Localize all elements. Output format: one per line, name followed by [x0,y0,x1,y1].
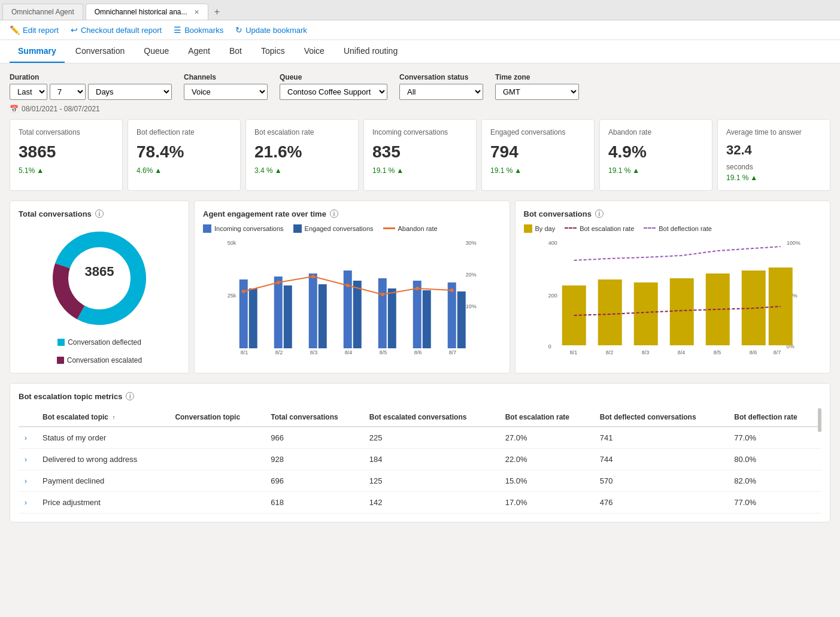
svg-text:8/2: 8/2 [275,349,283,355]
arrow-up-icon: ▲ [154,166,162,175]
cell-deflected: 476 [594,491,728,513]
col-bot-defl-conv: Bot deflected conversations [594,408,728,427]
incoming-legend-box [203,224,211,233]
svg-text:400: 400 [548,240,557,246]
nav-item-topics[interactable]: Topics [253,40,293,63]
update-bookmark-button[interactable]: ↻ Update bookmark [235,25,307,35]
cell-esc-rate: 15.0% [499,470,594,491]
expand-icon[interactable]: › [25,499,27,507]
bar-incoming-7 [448,282,456,348]
svg-point-10 [277,281,280,284]
svg-text:8/1: 8/1 [569,349,577,355]
svg-point-15 [450,288,454,292]
expand-icon[interactable]: › [25,434,27,442]
svg-text:8/7: 8/7 [773,349,781,355]
toolbar: ✏️ Edit report ↩ Checkout default report… [0,20,840,40]
edit-icon: ✏️ [10,25,20,35]
expand-cell[interactable]: › [19,448,37,470]
queue-select[interactable]: Contoso Coffee Support [280,84,387,100]
kpi-change-4: 19.1 % ▲ [490,166,586,175]
nav-item-unified-routing[interactable]: Unified routing [335,40,406,63]
tab-omnichannel-agent[interactable]: Omnichannel Agent [2,4,83,20]
donut-chart-wrapper: 3865 Conversation deflected Conversation… [19,224,180,364]
refresh-icon: ↻ [235,25,242,35]
cell-esc-rate: 22.0% [499,448,594,470]
donut-legend: Conversation deflected Conversation esca… [19,338,180,364]
info-icon: i [95,209,104,218]
cell-total: 618 [265,491,363,513]
cell-defl-rate: 80.0% [728,448,821,470]
svg-point-14 [416,287,419,290]
expand-icon[interactable]: › [25,477,27,485]
kpi-bot-deflection-rate: Bot deflection rate 78.4% 4.6% ▲ [128,119,241,191]
svg-text:200: 200 [548,293,557,299]
edit-report-button[interactable]: ✏️ Edit report [10,25,59,35]
nav-item-conversation[interactable]: Conversation [67,40,134,63]
bar-incoming-6 [413,281,421,348]
bot-conv-chart: Bot conversations i By day Bot escalatio… [515,200,831,373]
expand-cell[interactable]: › [19,470,37,491]
add-tab-button[interactable]: + [208,4,226,20]
esc-rate-legend-line [565,227,577,229]
nav-item-summary[interactable]: Summary [10,40,65,63]
engagement-legend: Incoming conversations Engaged conversat… [203,224,501,233]
nav-item-bot[interactable]: Bot [221,40,250,63]
timezone-filter: Time zone GMT [495,73,579,100]
nav-item-queue[interactable]: Queue [135,40,177,63]
bar-bot-2 [598,279,621,345]
svg-text:50k: 50k [228,240,236,246]
kpi-abandon-rate: Abandon rate 4.9% 19.1 % ▲ [599,119,712,191]
nav-bar: Summary Conversation Queue Agent Bot Top… [0,40,840,63]
info-icon-bot: i [595,209,604,218]
duration-preset-select[interactable]: Last [10,84,47,100]
conv-status-select[interactable]: All [399,84,483,100]
kpi-total-conversations: Total conversations 3865 5.1% ▲ [10,119,123,191]
bookmark-icon: ☰ [174,25,181,35]
bot-escalation-table: Bot escalated topic ↑ Conversation topic… [19,408,821,513]
svg-text:25k: 25k [228,293,236,299]
scrollbar[interactable] [818,408,821,432]
duration-unit-select[interactable]: Days [88,84,172,100]
col-bot-escalated-conv: Bot escalated conversations [363,408,499,427]
cell-conv-topic [169,427,265,449]
bar-engaged-3 [319,284,327,348]
arrow-up-icon: ▲ [37,166,44,175]
col-total-conv: Total conversations [265,408,363,427]
svg-text:8/3: 8/3 [310,349,318,355]
expand-icon[interactable]: › [25,455,27,464]
nav-item-agent[interactable]: Agent [180,40,219,63]
purple-dot [57,357,64,364]
bookmarks-button[interactable]: ☰ Bookmarks [174,25,223,35]
table-row: › Delivered to wrong address 928 184 22.… [19,448,821,470]
nav-item-voice[interactable]: Voice [296,40,333,63]
browser-tab-bar: Omnichannel Agent Omnichannel historical… [0,0,840,20]
cell-esc-rate: 27.0% [499,427,594,449]
svg-point-13 [381,293,384,296]
bar-incoming-4 [344,270,352,348]
bar-bot-3 [633,282,657,345]
timezone-select[interactable]: GMT [495,84,579,100]
cell-conv-topic [169,448,265,470]
col-bot-topic[interactable]: Bot escalated topic ↑ [37,408,169,427]
expand-cell[interactable]: › [19,427,37,449]
channels-select[interactable]: Voice [184,84,268,100]
duration-value-select[interactable]: 7 [50,84,86,100]
cell-escalated: 225 [363,427,499,449]
filter-bar: Duration Last 7 Days Channels Voice Queu… [10,73,830,100]
bot-conv-svg: 400 200 0 100% 50% 0% [524,238,822,357]
byday-legend-box [524,224,532,233]
bar-engaged-4 [353,281,362,348]
tab-omnichannel-historical[interactable]: Omnichannel historical ana... ✕ [86,4,208,20]
main-content: Duration Last 7 Days Channels Voice Queu… [0,63,840,532]
expand-cell[interactable]: › [19,491,37,513]
bar-incoming-2 [274,276,283,348]
cell-deflected: 744 [594,448,728,470]
bot-table-title: Bot escalation topic metrics i [19,392,821,401]
table-row: › Payment declined 696 125 15.0% 570 82.… [19,470,821,491]
svg-text:20%: 20% [466,272,477,278]
checkout-default-button[interactable]: ↩ Checkout default report [71,25,162,35]
kpi-change-1: 4.6% ▲ [137,166,232,175]
close-tab-icon[interactable]: ✕ [194,8,199,16]
arrow-up-icon: ▲ [632,166,639,175]
svg-point-9 [242,290,245,293]
